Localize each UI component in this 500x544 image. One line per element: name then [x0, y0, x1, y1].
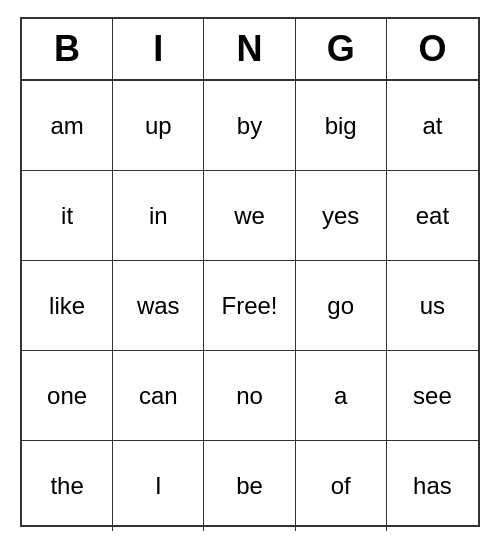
- bingo-cell-12[interactable]: Free!: [204, 261, 295, 351]
- bingo-cell-11[interactable]: was: [113, 261, 204, 351]
- bingo-cell-9[interactable]: eat: [387, 171, 478, 261]
- bingo-cell-18[interactable]: a: [296, 351, 387, 441]
- bingo-header: B I N G O: [22, 19, 478, 81]
- bingo-cell-16[interactable]: can: [113, 351, 204, 441]
- bingo-cell-5[interactable]: it: [22, 171, 113, 261]
- bingo-cell-13[interactable]: go: [296, 261, 387, 351]
- bingo-cell-2[interactable]: by: [204, 81, 295, 171]
- bingo-cell-19[interactable]: see: [387, 351, 478, 441]
- header-i: I: [113, 19, 204, 79]
- bingo-cell-22[interactable]: be: [204, 441, 295, 531]
- bingo-cell-15[interactable]: one: [22, 351, 113, 441]
- bingo-cell-24[interactable]: has: [387, 441, 478, 531]
- bingo-card: B I N G O amupbybigatitinweyeseatlikewas…: [20, 17, 480, 527]
- bingo-cell-8[interactable]: yes: [296, 171, 387, 261]
- header-g: G: [296, 19, 387, 79]
- header-b: B: [22, 19, 113, 79]
- header-n: N: [204, 19, 295, 79]
- bingo-cell-6[interactable]: in: [113, 171, 204, 261]
- bingo-cell-14[interactable]: us: [387, 261, 478, 351]
- bingo-cell-1[interactable]: up: [113, 81, 204, 171]
- bingo-cell-20[interactable]: the: [22, 441, 113, 531]
- bingo-grid: amupbybigatitinweyeseatlikewasFree!gouso…: [22, 81, 478, 531]
- bingo-cell-0[interactable]: am: [22, 81, 113, 171]
- bingo-cell-4[interactable]: at: [387, 81, 478, 171]
- bingo-cell-21[interactable]: I: [113, 441, 204, 531]
- bingo-cell-3[interactable]: big: [296, 81, 387, 171]
- bingo-cell-17[interactable]: no: [204, 351, 295, 441]
- bingo-cell-23[interactable]: of: [296, 441, 387, 531]
- header-o: O: [387, 19, 478, 79]
- bingo-cell-10[interactable]: like: [22, 261, 113, 351]
- bingo-cell-7[interactable]: we: [204, 171, 295, 261]
